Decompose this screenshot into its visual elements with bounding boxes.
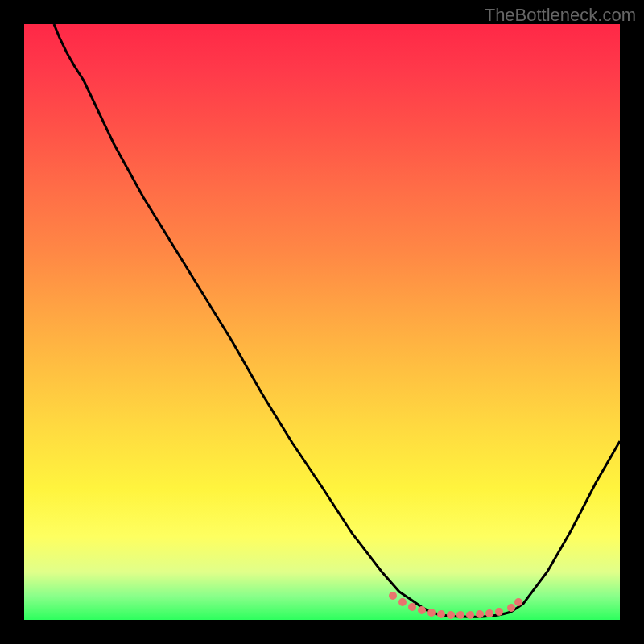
- chart-svg: [24, 24, 620, 620]
- main-curve: [54, 24, 620, 617]
- marker-dot: [398, 598, 407, 606]
- marker-dot: [485, 609, 493, 617]
- marker-dot: [456, 611, 464, 619]
- marker-dot: [437, 610, 445, 618]
- marker-dot: [408, 603, 416, 611]
- watermark-text: TheBottleneck.com: [485, 5, 636, 26]
- marker-dot: [476, 610, 484, 618]
- chart-gradient-area: [24, 24, 620, 620]
- marker-dot: [427, 609, 436, 617]
- marker-dot: [447, 611, 455, 619]
- marker-dot: [389, 592, 397, 600]
- marker-dot: [514, 598, 522, 606]
- marker-dot: [507, 604, 515, 612]
- marker-dot: [418, 606, 426, 614]
- marker-dot: [495, 608, 503, 616]
- marker-dot: [466, 611, 474, 619]
